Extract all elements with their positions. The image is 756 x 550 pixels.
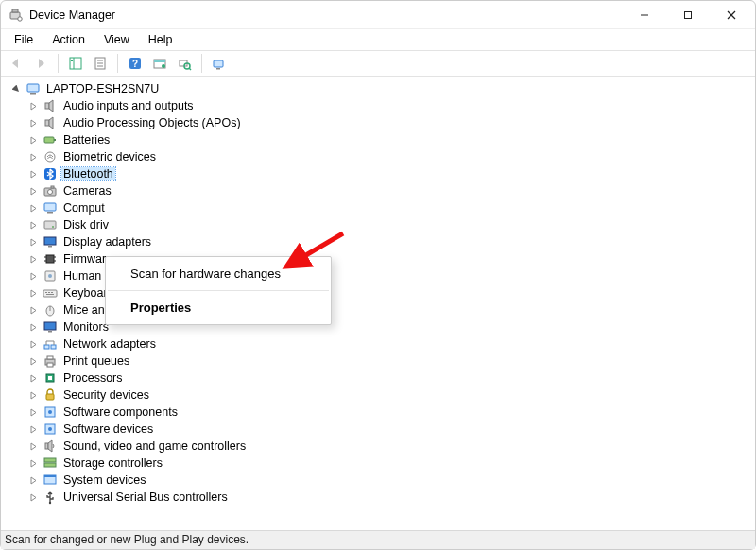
tree-item[interactable]: Storage controllers (27, 455, 755, 472)
tree-item[interactable]: Print queues (27, 352, 755, 370)
expand-icon[interactable] (27, 491, 39, 503)
toolbar-separator (117, 54, 118, 73)
expand-icon[interactable] (27, 270, 39, 282)
speaker-icon (43, 115, 58, 130)
tree-item-label: Display adapters (61, 235, 153, 249)
tree-item-label: Security devices (61, 388, 151, 402)
expand-icon[interactable] (27, 253, 39, 265)
tree-item[interactable]: Software devices (27, 421, 755, 438)
forward-button[interactable] (29, 53, 52, 74)
monitor-icon (43, 319, 58, 335)
system-icon (43, 473, 58, 488)
chip-icon (43, 251, 58, 266)
tree-item[interactable]: Software components (27, 404, 755, 421)
tree-item[interactable]: Batteries (27, 131, 755, 148)
svg-rect-22 (214, 60, 223, 67)
context-scan-hardware[interactable]: Scan for hardware changes (106, 261, 331, 286)
expand-icon[interactable] (27, 151, 39, 163)
add-legacy-button[interactable] (208, 53, 231, 74)
tree-item[interactable]: Audio inputs and outputs (27, 97, 755, 114)
expand-icon[interactable] (27, 423, 39, 435)
menu-action[interactable]: Action (43, 31, 94, 48)
menu-file[interactable]: File (5, 31, 43, 48)
tree-item-label: Cameras (61, 184, 113, 198)
expand-icon[interactable] (27, 355, 39, 367)
expand-icon[interactable] (27, 100, 39, 112)
tree-item-label: Network adapters (61, 337, 158, 351)
expand-icon[interactable] (10, 83, 22, 95)
fingerprint-icon (43, 149, 58, 164)
tree-item-label: Storage controllers (61, 456, 164, 470)
expand-icon[interactable] (27, 304, 39, 316)
tree-item[interactable]: Audio Processing Objects (APOs) (27, 114, 755, 131)
expand-icon[interactable] (27, 440, 39, 452)
back-button[interactable] (5, 53, 27, 74)
tree-item[interactable]: Bluetooth (27, 165, 755, 182)
minimize-button[interactable] (623, 1, 666, 29)
tree-item-label: Print queues (61, 354, 131, 368)
tree-item-label: Disk driv (61, 218, 111, 232)
speaker-icon (43, 98, 58, 113)
status-text: Scan for changed or new Plug and Play de… (5, 533, 249, 546)
usb-icon (43, 490, 58, 505)
menu-help[interactable]: Help (139, 31, 182, 48)
tree-item[interactable]: Universal Serial Bus controllers (27, 489, 755, 506)
device-tree-pane[interactable]: LAPTOP-ESH2SN7U Audio inputs and outputs… (1, 77, 755, 530)
tree-item[interactable]: Network adapters (27, 335, 755, 352)
tree-item-label: Comput (61, 201, 107, 215)
expand-icon[interactable] (27, 474, 39, 486)
update-driver-button[interactable] (148, 53, 171, 74)
expand-icon[interactable] (27, 219, 39, 231)
expand-icon[interactable] (27, 406, 39, 418)
close-button[interactable] (710, 1, 753, 29)
tree-item[interactable]: Sound, video and game controllers (27, 438, 755, 455)
display-icon (43, 234, 58, 249)
svg-point-2 (18, 16, 22, 20)
tree-item[interactable]: Comput (27, 199, 755, 216)
tree-item[interactable]: Disk driv (27, 216, 755, 233)
expand-icon[interactable] (27, 117, 39, 129)
tree-item[interactable]: Cameras (27, 182, 755, 199)
tree-item-label: Universal Serial Bus controllers (61, 490, 230, 504)
tree-item-label: System devices (61, 473, 148, 487)
battery-icon (43, 132, 58, 147)
component-icon (43, 404, 58, 420)
properties-button[interactable] (89, 53, 112, 74)
expand-icon[interactable] (27, 236, 39, 248)
bluetooth-icon (43, 166, 58, 181)
tree-item-label: Biometric devices (61, 150, 158, 163)
expand-icon[interactable] (27, 134, 39, 146)
expand-icon[interactable] (27, 372, 39, 384)
tree-item[interactable]: Display adapters (27, 233, 755, 250)
expand-icon[interactable] (27, 168, 39, 180)
scan-hardware-button[interactable] (173, 53, 196, 74)
storage-icon (43, 455, 58, 471)
context-properties[interactable]: Properties (106, 295, 331, 320)
menu-view[interactable]: View (94, 31, 139, 48)
status-bar: Scan for changed or new Plug and Play de… (1, 530, 755, 549)
tree-item[interactable]: Security devices (27, 387, 755, 404)
expand-icon[interactable] (27, 202, 39, 214)
tree-item[interactable]: Biometric devices (27, 148, 755, 165)
maximize-button[interactable] (666, 1, 710, 29)
show-hide-tree-button[interactable] (64, 53, 87, 74)
expand-icon[interactable] (27, 321, 39, 333)
help-button[interactable]: ? (124, 53, 146, 74)
svg-line-21 (189, 68, 191, 70)
tree-item[interactable]: System devices (27, 472, 755, 489)
expand-icon[interactable] (27, 185, 39, 197)
tree-root[interactable]: LAPTOP-ESH2SN7U (10, 80, 755, 97)
camera-icon (43, 183, 58, 198)
expand-icon[interactable] (27, 287, 39, 299)
svg-text:?: ? (132, 59, 138, 69)
expand-icon[interactable] (27, 389, 39, 401)
svg-rect-25 (30, 93, 36, 95)
tree-item-label: Software components (61, 405, 180, 419)
tree-item[interactable]: Processors (27, 370, 755, 387)
sound-icon (43, 438, 58, 454)
expand-icon[interactable] (27, 338, 39, 350)
context-menu: Scan for hardware changes Properties (105, 256, 332, 325)
printer-icon (43, 353, 58, 369)
tree-item-label: Bluetooth (61, 167, 115, 180)
expand-icon[interactable] (27, 457, 39, 469)
